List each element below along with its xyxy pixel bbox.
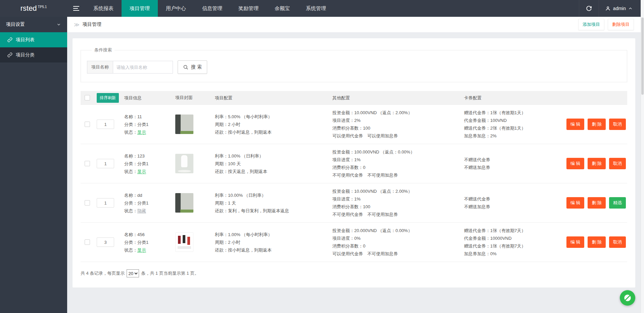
feature-button[interactable]: 精选 <box>609 197 626 209</box>
vertical-scrollbar <box>641 0 644 313</box>
other-config-cell: 投资金额：10.000VND （返点：2.00%）项目进度：2%消费积分基数：1… <box>332 109 464 140</box>
search-legend: 条件搜索 <box>92 47 114 53</box>
config-line: 代金券金额：10000VND <box>464 234 563 242</box>
nav-item-info[interactable]: 信息管理 <box>194 0 230 17</box>
row-checkbox[interactable] <box>85 239 90 245</box>
header-project-info: 项目信息 <box>124 94 175 102</box>
edit-button[interactable]: 编 辑 <box>566 119 585 130</box>
sort-order-input[interactable] <box>97 237 114 247</box>
sidebar-item-project-list[interactable]: 项目列表 <box>0 32 67 47</box>
category-label: 分类： <box>124 240 137 245</box>
project-config-cell: 利率：5.00% （每小时利率）周期：2 小时还款：按小时返息，到期返本 <box>215 113 332 136</box>
project-category: 分类1 <box>137 161 148 166</box>
config-line: 不可使用代金券 不可使用加息券 <box>332 171 461 179</box>
nav-item-yuebao[interactable]: 余额宝 <box>267 0 298 17</box>
username: admin <box>613 6 626 11</box>
config-line: 周期：2 小时 <box>215 238 330 246</box>
coupon-config-cell: 赠送代金券：1张（有效期7天）代金券金额：10000VND赠送代金券：1张（有效… <box>464 227 566 258</box>
sort-order-input[interactable] <box>97 120 114 129</box>
edit-button[interactable]: 编 辑 <box>566 236 585 248</box>
top-navbar: rstedTP5.1 系统报表 项目管理 用户中心 信息管理 奖励管理 余额宝 … <box>0 0 641 17</box>
refresh-button[interactable] <box>579 0 599 17</box>
search-fieldset: 条件搜索 项目名称 搜 索 <box>81 47 627 82</box>
table-row: 名称：123 分类：分类1 状态：显示 利率：1.00% （日利率）周期：100… <box>81 144 627 183</box>
config-line: 周期：1 天 <box>215 199 330 207</box>
table-row: 名称：11 分类：分类1 状态：显示 利率：5.00% （每小时利率）周期：2 … <box>81 104 627 144</box>
cancel-button[interactable]: 取消 <box>609 158 626 169</box>
config-line: 不可使用代金券 不可使用加息券 <box>332 211 461 218</box>
edit-button[interactable]: 编 辑 <box>566 197 585 209</box>
breadcrumb-arrows-icon <box>74 21 80 28</box>
scrollbar-thumb[interactable] <box>641 17 644 95</box>
project-status: 隐藏 <box>137 208 146 213</box>
config-line: 利率：10.00% （日利率） <box>215 191 330 199</box>
table-row: 名称：dd 分类：分类1 状态：隐藏 利率：10.00% （日利率）周期：1 天… <box>81 183 627 222</box>
name-label: 名称： <box>124 232 137 237</box>
page-size-select[interactable]: 20 <box>127 269 139 277</box>
project-status: 显示 <box>137 248 146 253</box>
other-config-cell: 投资金额：10.000VND （返点：2.00%）项目进度：1%消费积分基数：1… <box>332 187 464 218</box>
config-line: 还款：按小时返息，到期返本 <box>215 246 330 254</box>
delete-button[interactable]: 删 除 <box>588 158 606 169</box>
sort-order-input[interactable] <box>97 159 114 168</box>
nav-item-rewards[interactable]: 奖励管理 <box>230 0 267 17</box>
project-info-cell: 名称：123 分类：分类1 状态：显示 <box>124 152 175 175</box>
project-category: 分类1 <box>137 122 148 127</box>
nav-item-system[interactable]: 系统管理 <box>298 0 334 17</box>
other-config-cell: 投资金额：100.000VND （返点：0.00%）项目进度：1%消费积分基数：… <box>332 148 464 179</box>
config-line: 消费积分基数：100 <box>332 203 461 211</box>
search-icon <box>183 64 189 70</box>
delete-project-button[interactable]: 删除项目 <box>608 19 634 30</box>
add-project-button[interactable]: 添加项目 <box>578 19 604 30</box>
projects-table: 排序刷新 项目信息 项目封面 项目配置 其他配置 卡券配置 名称：11 分类：分… <box>81 91 627 262</box>
project-name-input[interactable] <box>113 61 173 74</box>
edit-button[interactable]: 编 辑 <box>566 158 585 169</box>
project-config-cell: 利率：1.00% （每小时利率）周期：2 小时还款：按小时返息，到期返本 <box>215 231 332 254</box>
header-project-config: 项目配置 <box>215 94 332 102</box>
sort-refresh-button[interactable]: 排序刷新 <box>97 93 119 103</box>
delete-button[interactable]: 删 除 <box>588 119 606 130</box>
config-line: 利率：1.00% （日利率） <box>215 152 330 160</box>
user-menu[interactable]: admin <box>599 0 641 17</box>
header-other-config: 其他配置 <box>332 94 464 102</box>
status-label: 状态： <box>124 130 137 135</box>
category-label: 分类： <box>124 161 137 166</box>
delete-button[interactable]: 删 除 <box>588 236 606 248</box>
nav-item-projects[interactable]: 项目管理 <box>122 0 158 17</box>
search-button-label: 搜 索 <box>191 64 202 70</box>
config-line: 不赠送代金券 <box>464 195 563 203</box>
nav-item-users[interactable]: 用户中心 <box>158 0 194 17</box>
row-checkbox[interactable] <box>85 200 90 206</box>
pagination: 共 4 条记录，每页显示 20 条，共 1 页当前显示第 1 页。 <box>81 269 627 277</box>
row-checkbox[interactable] <box>85 122 90 127</box>
user-icon <box>605 6 611 11</box>
chevron-down-icon <box>56 22 61 27</box>
floating-action-button[interactable] <box>620 290 635 306</box>
config-line: 消费积分基数：0 <box>332 164 461 171</box>
nav-item-reports[interactable]: 系统报表 <box>85 0 122 17</box>
slash-circle-icon <box>623 294 632 302</box>
config-line: 不赠送代金券 <box>464 156 563 164</box>
search-button[interactable]: 搜 索 <box>178 60 207 74</box>
sidebar-item-project-category[interactable]: 项目分类 <box>0 47 67 62</box>
config-line: 还款：复利，每日复利，到期返本返息 <box>215 207 330 215</box>
sort-order-input[interactable] <box>97 198 114 208</box>
coupon-config-cell: 不赠送代金券不赠送加息券 <box>464 195 566 211</box>
sidebar-group-project-settings[interactable]: 项目设置 <box>0 17 67 32</box>
delete-button[interactable]: 删 除 <box>588 197 606 209</box>
project-category: 分类1 <box>137 200 148 206</box>
link-icon <box>7 37 12 42</box>
config-line: 投资金额：10.000VND （返点：2.00%） <box>332 187 461 195</box>
app-logo: rstedTP5.1 <box>0 0 67 17</box>
header-coupon-config: 卡券配置 <box>464 94 566 102</box>
hamburger-menu-icon[interactable] <box>67 0 85 17</box>
cancel-button[interactable]: 取消 <box>609 119 626 130</box>
config-line: 赠送代金券：1张（有效期1天） <box>464 109 563 117</box>
config-line: 利率：1.00% （每小时利率） <box>215 231 330 238</box>
refresh-icon <box>586 5 592 12</box>
select-all-checkbox[interactable] <box>85 95 90 100</box>
row-checkbox[interactable] <box>85 161 90 166</box>
cancel-button[interactable]: 取消 <box>609 236 626 248</box>
config-line: 可以使用代金券 不可使用加息券 <box>332 250 461 258</box>
link-icon <box>7 52 12 57</box>
